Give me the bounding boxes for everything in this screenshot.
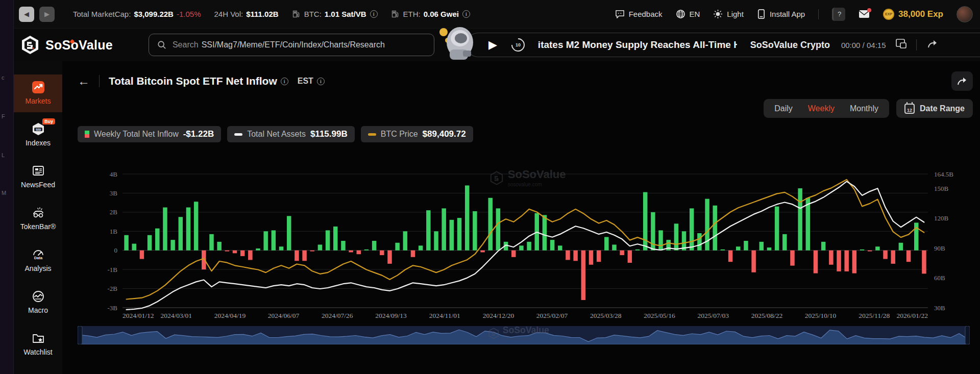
inflow-bar — [736, 246, 740, 250]
inflow-bar — [875, 246, 879, 250]
net-assets-line — [127, 182, 924, 310]
inflow-bar — [364, 250, 369, 251]
inflow-bar — [658, 230, 663, 250]
inflow-bar — [543, 215, 547, 250]
info-icon[interactable]: i — [317, 78, 325, 85]
inflow-bar — [341, 241, 345, 251]
edge-letter: c — [2, 74, 5, 81]
inflow-bar — [217, 242, 221, 251]
chart-canvas[interactable]: 4B3B2B1B0-1B-2B-3B164.5B150B120B90B60B30… — [78, 170, 971, 322]
share-chart-button[interactable] — [951, 71, 973, 91]
range-handle-right — [965, 326, 970, 344]
x-axis-label: 2024/03/01 — [160, 312, 192, 319]
inflow-bar — [821, 242, 825, 251]
inflow-bar — [519, 245, 523, 250]
inflow-bar — [295, 251, 299, 261]
sidebar-item-analysis[interactable]: Data Analysis — [14, 242, 62, 280]
inflow-bar — [263, 231, 267, 250]
sidebar-item-indexes[interactable]: Buy SSI Indexes — [14, 116, 62, 154]
browser-forward-button[interactable]: ▶ — [39, 7, 55, 22]
inflow-bar — [837, 251, 841, 271]
share-icon[interactable] — [927, 39, 938, 51]
inbox-button[interactable] — [859, 10, 870, 18]
sidebar-item-markets[interactable]: Markets — [14, 74, 62, 112]
left-axis-tick: -1B — [108, 266, 118, 273]
feedback-button[interactable]: Feedback — [615, 9, 663, 19]
x-axis-label: 2024/07/26 — [322, 312, 353, 319]
inflow-bar — [597, 251, 601, 262]
inflow-bar — [751, 251, 755, 272]
inflow-bar — [767, 247, 771, 251]
inflow-bar — [744, 241, 748, 251]
language-selector[interactable]: EN — [676, 9, 700, 19]
info-icon[interactable]: i — [281, 78, 288, 85]
browser-back-button[interactable]: ◀ — [19, 7, 34, 22]
tab-weekly[interactable]: Weekly — [800, 104, 842, 113]
globe-icon — [676, 9, 685, 19]
range-slider-canvas[interactable] — [78, 326, 970, 344]
inflow-bar — [883, 251, 887, 259]
browser-edge-strip: c F L M — [0, 0, 14, 374]
player-track-title[interactable]: itates M2 Money Supply Reaches All-Time … — [538, 39, 737, 51]
user-avatar[interactable] — [957, 6, 973, 22]
chart-range-slider[interactable]: SoSoValuesosovalue.com — [78, 326, 970, 344]
theme-label: Light — [727, 10, 744, 18]
back-button[interactable]: ← — [78, 74, 90, 88]
eth-gas-stat: ETH: 0.06 Gwei i — [391, 10, 470, 18]
top-status-bar: ◀ ▶ Total MarketCap: $3,099.22B -1.05% 2… — [14, 0, 980, 29]
inflow-bar — [488, 198, 492, 251]
sosovalue-logo[interactable]: SoSoValue — [20, 35, 113, 55]
sidebar-item-newsfeed[interactable]: NewsFeed — [14, 158, 62, 196]
info-icon[interactable]: i — [462, 10, 470, 18]
inflow-bar — [457, 218, 461, 251]
playlist-icon[interactable] — [896, 39, 907, 51]
inflow-bar — [806, 198, 810, 251]
date-range-button[interactable]: 12 Date Range — [896, 99, 973, 118]
sidebar-item-tokenbar[interactable]: TokenBar® — [14, 200, 62, 238]
play-button[interactable]: ▶ — [488, 38, 497, 52]
tab-monthly[interactable]: Monthly — [842, 104, 886, 113]
market-cap-label: Total MarketCap: — [73, 10, 131, 18]
help-glyph: ? — [838, 10, 841, 18]
inflow-bar — [814, 251, 818, 273]
inflow-bar — [782, 234, 787, 251]
legend-net-assets[interactable]: Total Net Assets$115.99B — [227, 126, 355, 142]
inflow-bar — [248, 251, 252, 260]
inflow-bar — [225, 251, 229, 252]
inflow-bar — [170, 240, 175, 251]
eth-gas-value: 0.06 Gwei — [424, 10, 459, 18]
left-axis-tick: 0 — [114, 246, 118, 254]
inflow-bar — [480, 251, 484, 253]
legend-btc-price[interactable]: BTC Price$89,409.72 — [361, 126, 473, 142]
inflow-bar — [194, 202, 198, 250]
left-axis-tick: -3B — [108, 304, 118, 312]
legend-net-inflow[interactable]: Weekly Total Net Inflow-$1.22B — [78, 126, 221, 142]
sidebar-item-macro[interactable]: Macro — [14, 284, 62, 321]
x-axis-label: 2025/03/28 — [590, 312, 622, 319]
sidebar-item-watchlist[interactable]: Watchlist — [14, 326, 62, 363]
inflow-bar — [465, 185, 469, 250]
inflow-bar — [775, 207, 779, 251]
inflow-bar — [349, 251, 353, 253]
install-app-button[interactable]: Install App — [757, 9, 805, 19]
sidebar-item-label: NewsFeed — [21, 181, 55, 189]
inflow-bar — [581, 251, 585, 300]
left-axis-tick: 2B — [110, 208, 118, 216]
help-guide-icon[interactable]: ? — [832, 8, 845, 21]
x-axis-label: 2026/01/22 — [896, 312, 928, 319]
exp-points[interactable]: EXP 38,000 Exp — [883, 9, 943, 20]
date-range-label: Date Range — [920, 104, 965, 113]
inflow-bar — [256, 248, 260, 251]
tab-daily[interactable]: Daily — [767, 104, 800, 113]
volume-label: 24H Vol: — [214, 10, 243, 18]
period-tabs: Daily Weekly Monthly — [764, 99, 889, 118]
inflow-bar — [690, 208, 694, 250]
theme-toggle[interactable]: Light — [713, 9, 744, 19]
exp-coin-icon: EXP — [883, 9, 894, 20]
etf-inflow-chart[interactable]: 4B3B2B1B0-1B-2B-3B164.5B150B120B90B60B30… — [78, 170, 973, 324]
market-cap-stat: Total MarketCap: $3,099.22B -1.05% — [73, 10, 201, 18]
info-icon[interactable]: i — [370, 10, 378, 18]
x-axis-label: 2024/12/20 — [483, 312, 514, 319]
search-input[interactable]: Search SSI/Mag7/Meme/ETF/Coin/Index/Char… — [149, 34, 434, 56]
inflow-bar — [713, 206, 717, 251]
